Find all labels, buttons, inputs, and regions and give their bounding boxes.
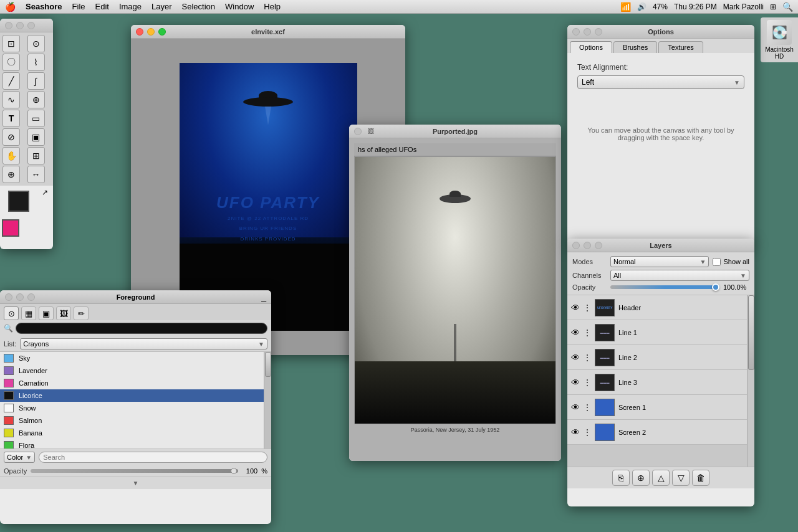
main-tl-maximize[interactable] bbox=[158, 28, 166, 36]
pencil-tool[interactable]: ╱ bbox=[2, 72, 20, 90]
tl-maximize[interactable] bbox=[27, 22, 35, 29]
layers-scrollbar[interactable] bbox=[747, 295, 754, 467]
fg-swatch-snow bbox=[4, 404, 14, 412]
tl-close[interactable] bbox=[5, 22, 12, 29]
delete-layer-button[interactable]: 🗑 bbox=[692, 470, 709, 486]
show-all-checkbox[interactable] bbox=[713, 258, 721, 266]
lasso-tool[interactable]: 〇 bbox=[2, 54, 20, 71]
rect-fill-tool[interactable]: ▣ bbox=[27, 128, 45, 146]
apple-menu[interactable]: 🍎 bbox=[5, 2, 16, 12]
layers-tl-max[interactable] bbox=[595, 242, 602, 249]
layers-scroll-thumb[interactable] bbox=[748, 295, 754, 370]
text-tool[interactable]: T bbox=[2, 110, 20, 127]
layers-tl-min[interactable] bbox=[584, 242, 591, 249]
transform-tool[interactable]: ⊞ bbox=[27, 147, 45, 164]
hd-icon[interactable]: 💽 Macintosh HD bbox=[761, 17, 798, 62]
options-tl-min[interactable] bbox=[584, 28, 591, 36]
swatches-tab[interactable]: ▣ bbox=[39, 306, 54, 320]
duplicate-layer-button[interactable]: ⎘ bbox=[612, 470, 630, 486]
ellipse-select-tool[interactable]: ⊙ bbox=[27, 35, 45, 52]
layer-eye-line1[interactable]: 👁 bbox=[571, 328, 580, 338]
eyedropper-tool[interactable]: ⊘ bbox=[2, 128, 20, 146]
fg-list-select[interactable]: Crayons ▼ bbox=[20, 338, 267, 349]
eraser-tool[interactable]: ▭ bbox=[27, 110, 45, 127]
swap-colors-icon[interactable]: ↗ bbox=[42, 188, 48, 197]
purported-tl-close[interactable] bbox=[354, 128, 362, 135]
tl-minimize[interactable] bbox=[16, 22, 24, 29]
layer-eye-line2[interactable]: 👁 bbox=[571, 353, 580, 363]
background-color-swatch[interactable] bbox=[2, 219, 19, 237]
fg-type-select[interactable]: Color ▼ bbox=[4, 452, 35, 463]
main-tl-close[interactable] bbox=[136, 28, 143, 36]
layer-item-header[interactable]: 👁 ⋮ UFO PARTY Header bbox=[567, 295, 747, 320]
fg-list-scrollbar[interactable] bbox=[264, 352, 271, 449]
foreground-color-swatch[interactable] bbox=[8, 191, 29, 212]
image-tab[interactable]: 🖼 bbox=[56, 306, 71, 320]
fg-tl-close[interactable] bbox=[5, 293, 12, 301]
file-menu[interactable]: File bbox=[72, 2, 85, 11]
edit-menu[interactable]: Edit bbox=[95, 2, 109, 11]
color-wheel-tab[interactable]: ⊙ bbox=[4, 306, 19, 320]
new-layer-button[interactable]: ⊕ bbox=[632, 470, 650, 486]
layer-eye-header[interactable]: 👁 bbox=[571, 303, 580, 313]
fg-color-banana[interactable]: Banana bbox=[0, 427, 271, 439]
crayons-tab[interactable]: ✏ bbox=[74, 306, 89, 320]
alignment-select[interactable]: Left ▼ bbox=[577, 75, 744, 89]
fg-tl-max[interactable] bbox=[27, 293, 35, 301]
selection-menu[interactable]: Selection bbox=[182, 2, 215, 11]
modes-select[interactable]: Normal ▼ bbox=[610, 256, 709, 267]
layers-tl-close[interactable] bbox=[572, 242, 580, 249]
layer-eye-screen1[interactable]: 👁 bbox=[571, 402, 580, 412]
flip-tool[interactable]: ↔ bbox=[27, 166, 45, 183]
main-tl-minimize[interactable] bbox=[147, 28, 155, 36]
spotlight-icon[interactable]: 🔍 bbox=[782, 2, 793, 12]
move-layer-up-button[interactable]: △ bbox=[652, 470, 670, 486]
fg-color-snow[interactable]: Snow bbox=[0, 402, 271, 414]
fg-color-salmon[interactable]: Salmon bbox=[0, 414, 271, 427]
fg-color-flora[interactable]: Flora bbox=[0, 439, 271, 449]
paint-tool[interactable]: ∿ bbox=[2, 91, 20, 108]
move-layer-down-button[interactable]: ▽ bbox=[672, 470, 690, 486]
layer-item-line2[interactable]: 👁 ⋮ ▬▬▬ Line 2 bbox=[567, 345, 747, 370]
layer-move-header[interactable]: ⋮ bbox=[584, 303, 591, 312]
fg-color-carnation[interactable]: Carnation bbox=[0, 377, 271, 389]
layer-item-line3[interactable]: 👁 ⋮ ▬▬▬ Line 3 bbox=[567, 370, 747, 395]
layer-item-line1[interactable]: 👁 ⋮ ▬▬▬ Line 1 bbox=[567, 320, 747, 345]
help-menu[interactable]: Help bbox=[264, 2, 281, 11]
fg-color-sky[interactable]: Sky bbox=[0, 352, 271, 364]
tab-textures[interactable]: Textures bbox=[658, 41, 703, 53]
channels-select[interactable]: All ▼ bbox=[610, 270, 749, 281]
options-tl-close[interactable] bbox=[572, 28, 580, 36]
rect-select-tool[interactable]: ⊡ bbox=[2, 35, 20, 52]
layer-move-line2[interactable]: ⋮ bbox=[584, 353, 591, 362]
clone-tool[interactable]: ⊕ bbox=[27, 91, 45, 108]
options-tl-max[interactable] bbox=[595, 28, 602, 36]
zoom-tool[interactable]: ⊕ bbox=[2, 166, 20, 183]
ink-tool[interactable]: ∫ bbox=[27, 72, 45, 90]
layer-move-line1[interactable]: ⋮ bbox=[584, 328, 591, 337]
layer-move-screen1[interactable]: ⋮ bbox=[584, 403, 591, 412]
hand-tool[interactable]: ✋ bbox=[2, 147, 20, 164]
app-name-menu[interactable]: Seashore bbox=[26, 2, 62, 11]
fg-color-lavender[interactable]: Lavender bbox=[0, 364, 271, 377]
layer-move-screen2[interactable]: ⋮ bbox=[584, 428, 591, 437]
fg-color-licorice[interactable]: Licorice bbox=[0, 389, 271, 402]
fg-opacity-slider[interactable] bbox=[31, 469, 238, 473]
layer-item-screen2[interactable]: 👁 ⋮ Screen 2 bbox=[567, 420, 747, 445]
layer-eye-line3[interactable]: 👁 bbox=[571, 378, 580, 387]
fg-search-input[interactable] bbox=[16, 323, 267, 334]
layer-menu[interactable]: Layer bbox=[151, 2, 172, 11]
fg-collapse-button[interactable]: _ bbox=[261, 292, 266, 302]
tab-options[interactable]: Options bbox=[570, 41, 612, 53]
tab-brushes[interactable]: Brushes bbox=[613, 41, 657, 53]
sliders-tab[interactable]: ▦ bbox=[21, 306, 36, 320]
bezier-tool[interactable]: ⌇ bbox=[27, 54, 45, 71]
image-menu[interactable]: Image bbox=[119, 2, 142, 11]
window-menu[interactable]: Window bbox=[225, 2, 254, 11]
fg-bottom-search[interactable] bbox=[39, 452, 267, 463]
opacity-slider[interactable] bbox=[610, 285, 719, 289]
layer-item-screen1[interactable]: 👁 ⋮ Screen 1 bbox=[567, 395, 747, 420]
layer-move-line3[interactable]: ⋮ bbox=[584, 378, 591, 387]
layer-eye-screen2[interactable]: 👁 bbox=[571, 427, 580, 437]
fg-tl-min[interactable] bbox=[16, 293, 24, 301]
